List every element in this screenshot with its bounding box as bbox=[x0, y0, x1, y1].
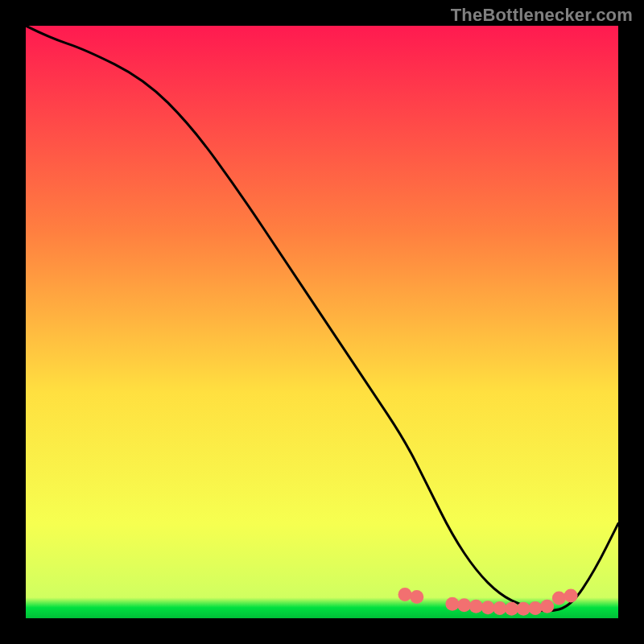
curve-marker bbox=[505, 602, 518, 616]
curve-marker bbox=[398, 588, 412, 601]
curve-marker bbox=[457, 598, 471, 612]
curve-marker bbox=[540, 600, 554, 613]
curve-marker bbox=[445, 597, 459, 611]
curve-marker bbox=[493, 601, 506, 615]
curve-marker bbox=[552, 591, 566, 605]
bottleneck-chart: TheBottlenecker.com bbox=[0, 0, 644, 644]
curve-marker bbox=[528, 601, 542, 615]
curve-marker bbox=[469, 600, 483, 613]
gradient-bg bbox=[26, 26, 618, 618]
attribution-text: TheBottlenecker.com bbox=[451, 5, 633, 26]
curve-marker bbox=[564, 589, 578, 603]
plot-svg bbox=[26, 26, 618, 618]
curve-marker bbox=[481, 601, 495, 614]
curve-marker bbox=[517, 602, 530, 616]
plot-area bbox=[26, 26, 618, 618]
curve-marker bbox=[410, 590, 423, 604]
